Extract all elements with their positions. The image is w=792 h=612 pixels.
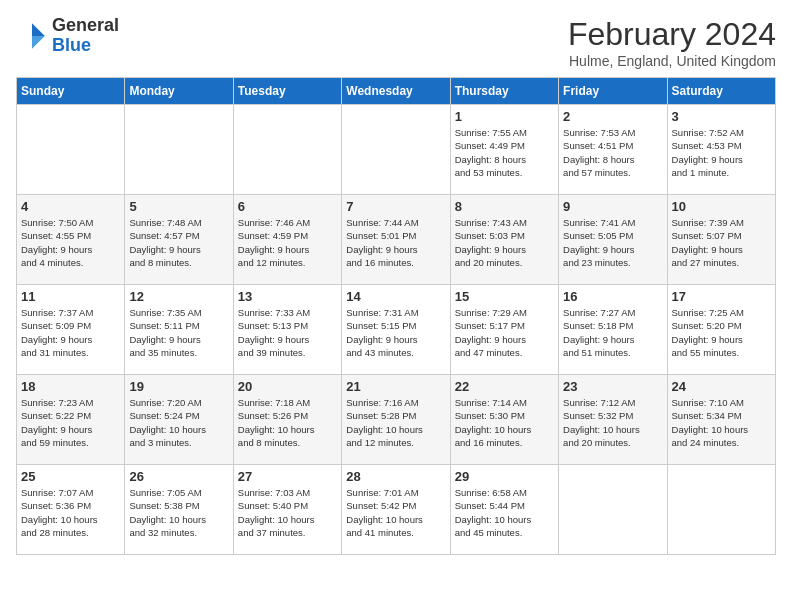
- calendar-week-row: 18Sunrise: 7:23 AM Sunset: 5:22 PM Dayli…: [17, 375, 776, 465]
- day-info: Sunrise: 7:14 AM Sunset: 5:30 PM Dayligh…: [455, 396, 554, 449]
- day-info: Sunrise: 7:18 AM Sunset: 5:26 PM Dayligh…: [238, 396, 337, 449]
- calendar-cell: 27Sunrise: 7:03 AM Sunset: 5:40 PM Dayli…: [233, 465, 341, 555]
- day-info: Sunrise: 7:37 AM Sunset: 5:09 PM Dayligh…: [21, 306, 120, 359]
- logo-icon: [16, 20, 48, 52]
- calendar-cell: 11Sunrise: 7:37 AM Sunset: 5:09 PM Dayli…: [17, 285, 125, 375]
- calendar-cell: 18Sunrise: 7:23 AM Sunset: 5:22 PM Dayli…: [17, 375, 125, 465]
- calendar-cell: 29Sunrise: 6:58 AM Sunset: 5:44 PM Dayli…: [450, 465, 558, 555]
- calendar-cell: 2Sunrise: 7:53 AM Sunset: 4:51 PM Daylig…: [559, 105, 667, 195]
- day-info: Sunrise: 7:35 AM Sunset: 5:11 PM Dayligh…: [129, 306, 228, 359]
- calendar-cell: 25Sunrise: 7:07 AM Sunset: 5:36 PM Dayli…: [17, 465, 125, 555]
- day-number: 2: [563, 109, 662, 124]
- day-number: 16: [563, 289, 662, 304]
- day-info: Sunrise: 7:31 AM Sunset: 5:15 PM Dayligh…: [346, 306, 445, 359]
- calendar-cell: 5Sunrise: 7:48 AM Sunset: 4:57 PM Daylig…: [125, 195, 233, 285]
- day-info: Sunrise: 7:53 AM Sunset: 4:51 PM Dayligh…: [563, 126, 662, 179]
- calendar-cell: 6Sunrise: 7:46 AM Sunset: 4:59 PM Daylig…: [233, 195, 341, 285]
- calendar-cell: [667, 465, 775, 555]
- day-info: Sunrise: 7:52 AM Sunset: 4:53 PM Dayligh…: [672, 126, 771, 179]
- day-info: Sunrise: 7:33 AM Sunset: 5:13 PM Dayligh…: [238, 306, 337, 359]
- day-info: Sunrise: 7:25 AM Sunset: 5:20 PM Dayligh…: [672, 306, 771, 359]
- day-info: Sunrise: 7:01 AM Sunset: 5:42 PM Dayligh…: [346, 486, 445, 539]
- calendar-cell: [17, 105, 125, 195]
- day-number: 10: [672, 199, 771, 214]
- calendar-header-row: SundayMondayTuesdayWednesdayThursdayFrid…: [17, 78, 776, 105]
- column-header-wednesday: Wednesday: [342, 78, 450, 105]
- day-number: 20: [238, 379, 337, 394]
- column-header-saturday: Saturday: [667, 78, 775, 105]
- title-block: February 2024 Hulme, England, United Kin…: [568, 16, 776, 69]
- day-info: Sunrise: 6:58 AM Sunset: 5:44 PM Dayligh…: [455, 486, 554, 539]
- calendar-cell: [233, 105, 341, 195]
- logo-text: General Blue: [52, 16, 119, 56]
- day-number: 12: [129, 289, 228, 304]
- calendar-body: 1Sunrise: 7:55 AM Sunset: 4:49 PM Daylig…: [17, 105, 776, 555]
- calendar-cell: 4Sunrise: 7:50 AM Sunset: 4:55 PM Daylig…: [17, 195, 125, 285]
- calendar-week-row: 4Sunrise: 7:50 AM Sunset: 4:55 PM Daylig…: [17, 195, 776, 285]
- day-number: 23: [563, 379, 662, 394]
- day-number: 25: [21, 469, 120, 484]
- day-info: Sunrise: 7:29 AM Sunset: 5:17 PM Dayligh…: [455, 306, 554, 359]
- calendar-cell: 14Sunrise: 7:31 AM Sunset: 5:15 PM Dayli…: [342, 285, 450, 375]
- day-number: 18: [21, 379, 120, 394]
- day-number: 8: [455, 199, 554, 214]
- calendar-cell: 21Sunrise: 7:16 AM Sunset: 5:28 PM Dayli…: [342, 375, 450, 465]
- day-info: Sunrise: 7:43 AM Sunset: 5:03 PM Dayligh…: [455, 216, 554, 269]
- day-info: Sunrise: 7:50 AM Sunset: 4:55 PM Dayligh…: [21, 216, 120, 269]
- day-number: 22: [455, 379, 554, 394]
- day-number: 17: [672, 289, 771, 304]
- calendar-cell: 12Sunrise: 7:35 AM Sunset: 5:11 PM Dayli…: [125, 285, 233, 375]
- location: Hulme, England, United Kingdom: [568, 53, 776, 69]
- day-info: Sunrise: 7:03 AM Sunset: 5:40 PM Dayligh…: [238, 486, 337, 539]
- calendar-cell: 13Sunrise: 7:33 AM Sunset: 5:13 PM Dayli…: [233, 285, 341, 375]
- svg-marker-0: [32, 23, 45, 36]
- calendar-cell: 28Sunrise: 7:01 AM Sunset: 5:42 PM Dayli…: [342, 465, 450, 555]
- calendar-table: SundayMondayTuesdayWednesdayThursdayFrid…: [16, 77, 776, 555]
- column-header-sunday: Sunday: [17, 78, 125, 105]
- day-number: 29: [455, 469, 554, 484]
- calendar-cell: 10Sunrise: 7:39 AM Sunset: 5:07 PM Dayli…: [667, 195, 775, 285]
- day-info: Sunrise: 7:46 AM Sunset: 4:59 PM Dayligh…: [238, 216, 337, 269]
- day-number: 7: [346, 199, 445, 214]
- logo-blue: Blue: [52, 35, 91, 55]
- day-info: Sunrise: 7:55 AM Sunset: 4:49 PM Dayligh…: [455, 126, 554, 179]
- day-info: Sunrise: 7:16 AM Sunset: 5:28 PM Dayligh…: [346, 396, 445, 449]
- day-info: Sunrise: 7:20 AM Sunset: 5:24 PM Dayligh…: [129, 396, 228, 449]
- day-number: 24: [672, 379, 771, 394]
- calendar-cell: 26Sunrise: 7:05 AM Sunset: 5:38 PM Dayli…: [125, 465, 233, 555]
- svg-marker-1: [32, 36, 45, 49]
- calendar-week-row: 1Sunrise: 7:55 AM Sunset: 4:49 PM Daylig…: [17, 105, 776, 195]
- calendar-cell: 16Sunrise: 7:27 AM Sunset: 5:18 PM Dayli…: [559, 285, 667, 375]
- calendar-cell: 15Sunrise: 7:29 AM Sunset: 5:17 PM Dayli…: [450, 285, 558, 375]
- day-info: Sunrise: 7:05 AM Sunset: 5:38 PM Dayligh…: [129, 486, 228, 539]
- calendar-cell: 23Sunrise: 7:12 AM Sunset: 5:32 PM Dayli…: [559, 375, 667, 465]
- calendar-cell: 1Sunrise: 7:55 AM Sunset: 4:49 PM Daylig…: [450, 105, 558, 195]
- column-header-thursday: Thursday: [450, 78, 558, 105]
- day-info: Sunrise: 7:23 AM Sunset: 5:22 PM Dayligh…: [21, 396, 120, 449]
- day-info: Sunrise: 7:07 AM Sunset: 5:36 PM Dayligh…: [21, 486, 120, 539]
- day-number: 26: [129, 469, 228, 484]
- calendar-cell: 8Sunrise: 7:43 AM Sunset: 5:03 PM Daylig…: [450, 195, 558, 285]
- day-number: 28: [346, 469, 445, 484]
- day-number: 5: [129, 199, 228, 214]
- day-info: Sunrise: 7:27 AM Sunset: 5:18 PM Dayligh…: [563, 306, 662, 359]
- day-number: 1: [455, 109, 554, 124]
- day-number: 4: [21, 199, 120, 214]
- day-number: 11: [21, 289, 120, 304]
- day-info: Sunrise: 7:12 AM Sunset: 5:32 PM Dayligh…: [563, 396, 662, 449]
- logo-general: General: [52, 15, 119, 35]
- day-number: 14: [346, 289, 445, 304]
- day-info: Sunrise: 7:39 AM Sunset: 5:07 PM Dayligh…: [672, 216, 771, 269]
- column-header-friday: Friday: [559, 78, 667, 105]
- calendar-cell: 9Sunrise: 7:41 AM Sunset: 5:05 PM Daylig…: [559, 195, 667, 285]
- logo: General Blue: [16, 16, 119, 56]
- calendar-cell: [125, 105, 233, 195]
- day-number: 15: [455, 289, 554, 304]
- day-number: 6: [238, 199, 337, 214]
- month-year: February 2024: [568, 16, 776, 53]
- day-number: 27: [238, 469, 337, 484]
- day-info: Sunrise: 7:10 AM Sunset: 5:34 PM Dayligh…: [672, 396, 771, 449]
- column-header-monday: Monday: [125, 78, 233, 105]
- day-number: 13: [238, 289, 337, 304]
- day-number: 21: [346, 379, 445, 394]
